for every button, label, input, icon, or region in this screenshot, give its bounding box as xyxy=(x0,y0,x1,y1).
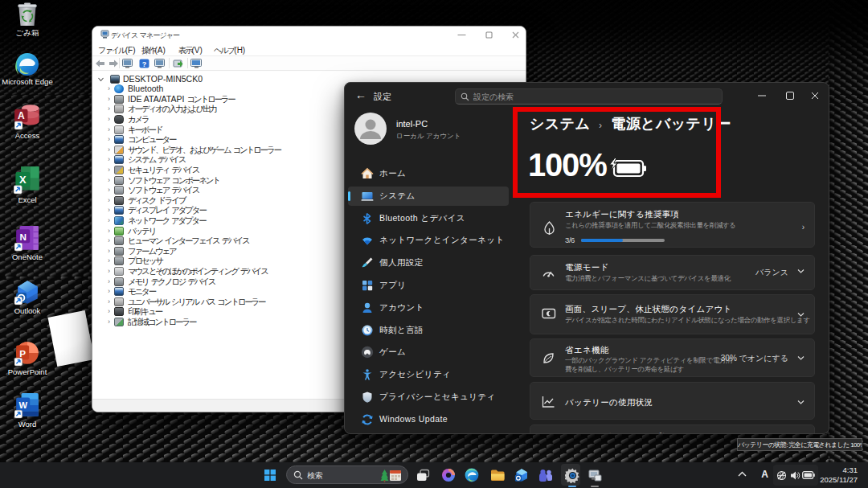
svg-text:N: N xyxy=(19,232,26,242)
svg-text:P: P xyxy=(19,348,26,359)
svg-text:A: A xyxy=(17,110,24,121)
svg-text:X: X xyxy=(19,174,27,186)
svg-text:?: ? xyxy=(142,60,147,68)
svg-text:W: W xyxy=(18,400,27,410)
